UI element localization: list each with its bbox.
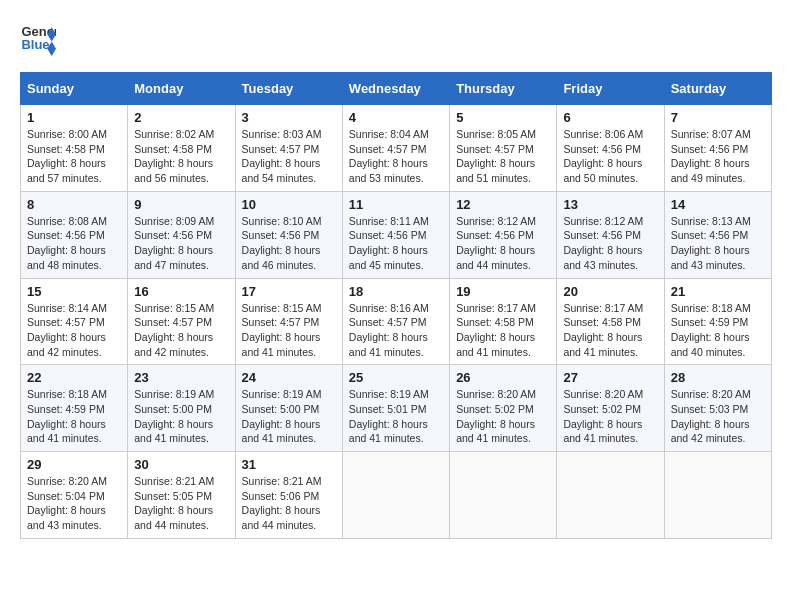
day-number: 10 — [242, 197, 336, 212]
calendar-day-cell: 4Sunrise: 8:04 AMSunset: 4:57 PMDaylight… — [342, 105, 449, 192]
day-number: 17 — [242, 284, 336, 299]
day-info: Sunrise: 8:13 AMSunset: 4:56 PMDaylight:… — [671, 214, 765, 273]
day-number: 3 — [242, 110, 336, 125]
day-of-week-header: Monday — [128, 73, 235, 105]
empty-day-cell — [664, 452, 771, 539]
calendar-day-cell: 31Sunrise: 8:21 AMSunset: 5:06 PMDayligh… — [235, 452, 342, 539]
day-number: 21 — [671, 284, 765, 299]
calendar-day-cell: 26Sunrise: 8:20 AMSunset: 5:02 PMDayligh… — [450, 365, 557, 452]
day-number: 29 — [27, 457, 121, 472]
day-of-week-header: Sunday — [21, 73, 128, 105]
calendar-week-row: 29Sunrise: 8:20 AMSunset: 5:04 PMDayligh… — [21, 452, 772, 539]
calendar-day-cell: 2Sunrise: 8:02 AMSunset: 4:58 PMDaylight… — [128, 105, 235, 192]
calendar-day-cell: 20Sunrise: 8:17 AMSunset: 4:58 PMDayligh… — [557, 278, 664, 365]
calendar-day-cell: 11Sunrise: 8:11 AMSunset: 4:56 PMDayligh… — [342, 191, 449, 278]
day-number: 20 — [563, 284, 657, 299]
day-info: Sunrise: 8:07 AMSunset: 4:56 PMDaylight:… — [671, 127, 765, 186]
calendar-day-cell: 9Sunrise: 8:09 AMSunset: 4:56 PMDaylight… — [128, 191, 235, 278]
calendar-day-cell: 3Sunrise: 8:03 AMSunset: 4:57 PMDaylight… — [235, 105, 342, 192]
day-of-week-header: Friday — [557, 73, 664, 105]
day-info: Sunrise: 8:08 AMSunset: 4:56 PMDaylight:… — [27, 214, 121, 273]
day-info: Sunrise: 8:05 AMSunset: 4:57 PMDaylight:… — [456, 127, 550, 186]
calendar-day-cell: 18Sunrise: 8:16 AMSunset: 4:57 PMDayligh… — [342, 278, 449, 365]
calendar-day-cell: 7Sunrise: 8:07 AMSunset: 4:56 PMDaylight… — [664, 105, 771, 192]
day-number: 14 — [671, 197, 765, 212]
calendar-day-cell: 28Sunrise: 8:20 AMSunset: 5:03 PMDayligh… — [664, 365, 771, 452]
calendar-day-cell: 21Sunrise: 8:18 AMSunset: 4:59 PMDayligh… — [664, 278, 771, 365]
calendar-day-cell: 15Sunrise: 8:14 AMSunset: 4:57 PMDayligh… — [21, 278, 128, 365]
day-number: 19 — [456, 284, 550, 299]
day-of-week-header: Saturday — [664, 73, 771, 105]
day-info: Sunrise: 8:04 AMSunset: 4:57 PMDaylight:… — [349, 127, 443, 186]
day-number: 8 — [27, 197, 121, 212]
day-number: 1 — [27, 110, 121, 125]
calendar-day-cell: 12Sunrise: 8:12 AMSunset: 4:56 PMDayligh… — [450, 191, 557, 278]
day-of-week-header: Wednesday — [342, 73, 449, 105]
day-number: 18 — [349, 284, 443, 299]
day-info: Sunrise: 8:11 AMSunset: 4:56 PMDaylight:… — [349, 214, 443, 273]
calendar-day-cell: 25Sunrise: 8:19 AMSunset: 5:01 PMDayligh… — [342, 365, 449, 452]
day-number: 4 — [349, 110, 443, 125]
day-info: Sunrise: 8:02 AMSunset: 4:58 PMDaylight:… — [134, 127, 228, 186]
calendar-week-row: 8Sunrise: 8:08 AMSunset: 4:56 PMDaylight… — [21, 191, 772, 278]
empty-day-cell — [557, 452, 664, 539]
calendar-day-cell: 24Sunrise: 8:19 AMSunset: 5:00 PMDayligh… — [235, 365, 342, 452]
calendar-day-cell: 19Sunrise: 8:17 AMSunset: 4:58 PMDayligh… — [450, 278, 557, 365]
day-info: Sunrise: 8:03 AMSunset: 4:57 PMDaylight:… — [242, 127, 336, 186]
day-info: Sunrise: 8:06 AMSunset: 4:56 PMDaylight:… — [563, 127, 657, 186]
day-info: Sunrise: 8:17 AMSunset: 4:58 PMDaylight:… — [563, 301, 657, 360]
calendar-day-cell: 22Sunrise: 8:18 AMSunset: 4:59 PMDayligh… — [21, 365, 128, 452]
calendar-day-cell: 29Sunrise: 8:20 AMSunset: 5:04 PMDayligh… — [21, 452, 128, 539]
day-number: 7 — [671, 110, 765, 125]
day-number: 6 — [563, 110, 657, 125]
logo: General Blue — [20, 20, 56, 56]
day-of-week-header: Tuesday — [235, 73, 342, 105]
day-info: Sunrise: 8:10 AMSunset: 4:56 PMDaylight:… — [242, 214, 336, 273]
day-info: Sunrise: 8:09 AMSunset: 4:56 PMDaylight:… — [134, 214, 228, 273]
day-number: 5 — [456, 110, 550, 125]
day-of-week-header: Thursday — [450, 73, 557, 105]
day-info: Sunrise: 8:00 AMSunset: 4:58 PMDaylight:… — [27, 127, 121, 186]
day-number: 30 — [134, 457, 228, 472]
day-info: Sunrise: 8:12 AMSunset: 4:56 PMDaylight:… — [456, 214, 550, 273]
day-number: 24 — [242, 370, 336, 385]
day-number: 9 — [134, 197, 228, 212]
calendar-day-cell: 10Sunrise: 8:10 AMSunset: 4:56 PMDayligh… — [235, 191, 342, 278]
day-number: 28 — [671, 370, 765, 385]
day-number: 16 — [134, 284, 228, 299]
calendar-day-cell: 23Sunrise: 8:19 AMSunset: 5:00 PMDayligh… — [128, 365, 235, 452]
day-info: Sunrise: 8:20 AMSunset: 5:03 PMDaylight:… — [671, 387, 765, 446]
page-header: General Blue — [20, 20, 772, 56]
day-number: 22 — [27, 370, 121, 385]
day-info: Sunrise: 8:15 AMSunset: 4:57 PMDaylight:… — [134, 301, 228, 360]
day-number: 13 — [563, 197, 657, 212]
day-number: 2 — [134, 110, 228, 125]
day-number: 25 — [349, 370, 443, 385]
calendar-day-cell: 8Sunrise: 8:08 AMSunset: 4:56 PMDaylight… — [21, 191, 128, 278]
day-info: Sunrise: 8:14 AMSunset: 4:57 PMDaylight:… — [27, 301, 121, 360]
calendar-day-cell: 17Sunrise: 8:15 AMSunset: 4:57 PMDayligh… — [235, 278, 342, 365]
day-number: 11 — [349, 197, 443, 212]
calendar-week-row: 15Sunrise: 8:14 AMSunset: 4:57 PMDayligh… — [21, 278, 772, 365]
svg-text:Blue: Blue — [21, 37, 49, 52]
day-number: 23 — [134, 370, 228, 385]
day-info: Sunrise: 8:18 AMSunset: 4:59 PMDaylight:… — [27, 387, 121, 446]
calendar-day-cell: 13Sunrise: 8:12 AMSunset: 4:56 PMDayligh… — [557, 191, 664, 278]
day-number: 26 — [456, 370, 550, 385]
calendar-week-row: 22Sunrise: 8:18 AMSunset: 4:59 PMDayligh… — [21, 365, 772, 452]
day-info: Sunrise: 8:21 AMSunset: 5:06 PMDaylight:… — [242, 474, 336, 533]
calendar-day-cell: 30Sunrise: 8:21 AMSunset: 5:05 PMDayligh… — [128, 452, 235, 539]
calendar-day-cell: 27Sunrise: 8:20 AMSunset: 5:02 PMDayligh… — [557, 365, 664, 452]
day-number: 12 — [456, 197, 550, 212]
day-number: 31 — [242, 457, 336, 472]
empty-day-cell — [450, 452, 557, 539]
day-info: Sunrise: 8:16 AMSunset: 4:57 PMDaylight:… — [349, 301, 443, 360]
calendar-day-cell: 6Sunrise: 8:06 AMSunset: 4:56 PMDaylight… — [557, 105, 664, 192]
day-info: Sunrise: 8:21 AMSunset: 5:05 PMDaylight:… — [134, 474, 228, 533]
day-number: 15 — [27, 284, 121, 299]
calendar-day-cell: 16Sunrise: 8:15 AMSunset: 4:57 PMDayligh… — [128, 278, 235, 365]
day-info: Sunrise: 8:12 AMSunset: 4:56 PMDaylight:… — [563, 214, 657, 273]
calendar-day-cell: 14Sunrise: 8:13 AMSunset: 4:56 PMDayligh… — [664, 191, 771, 278]
calendar-table: SundayMondayTuesdayWednesdayThursdayFrid… — [20, 72, 772, 539]
day-info: Sunrise: 8:20 AMSunset: 5:04 PMDaylight:… — [27, 474, 121, 533]
